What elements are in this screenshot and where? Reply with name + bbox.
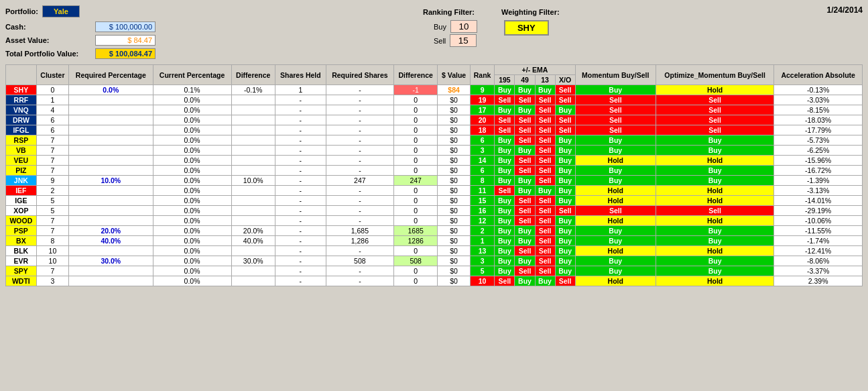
date-display: 1/24/2014	[827, 5, 863, 15]
col-header-rank: Rank	[470, 65, 495, 85]
col-header-shares-held: Shares Held	[275, 65, 326, 85]
ticker-cell: VB	[6, 146, 37, 156]
table-row: JNK910.0%0.0%10.0%-247247$08BuyBuySellBu…	[6, 176, 863, 186]
col-header-49: 49	[515, 75, 535, 85]
col-header-dollar: $ Value	[438, 65, 470, 85]
asset-label: Asset Value:	[5, 36, 92, 44]
col-header-momentum: Momentum Buy/Sell	[575, 65, 656, 85]
ticker-cell: SHY	[6, 85, 37, 95]
asset-value: $ 84.47	[95, 35, 156, 46]
table-row: VEU70.0%--0$014BuySellSellBuyHoldHold-15…	[6, 156, 863, 166]
table-row: WOOD70.0%--0$012BuySellSellBuyHoldHold-1…	[6, 216, 863, 226]
table-row: DRW60.0%--0$020SellSellSellSellSellSell-…	[6, 115, 863, 125]
col-header-ema: +/- EMA	[495, 65, 575, 75]
shy-weighting-button[interactable]: SHY	[504, 20, 549, 36]
col-header-diff2: Difference	[394, 65, 438, 85]
ticker-cell: WDTI	[6, 276, 37, 286]
table-row: VNQ40.0%--0$017BuyBuySellBuySellSell-8.1…	[6, 105, 863, 115]
ticker-cell: IGE	[6, 196, 37, 206]
ticker-cell: VNQ	[6, 105, 37, 115]
col-header-diff: Difference	[231, 65, 275, 85]
col-header-13: 13	[535, 75, 555, 85]
ticker-cell: EVR	[6, 256, 37, 266]
ticker-cell: JNK	[6, 176, 37, 186]
col-header-req-pct: Required Percentage	[69, 65, 153, 85]
table-row: PIZ70.0%--0$06BuySellSellBuyBuyBuy-16.72…	[6, 166, 863, 176]
ranking-filter-label: Ranking Filter:	[423, 8, 475, 16]
buy-label: Buy	[434, 23, 446, 31]
portfolio-value: Yale	[42, 5, 80, 17]
ticker-cell: XOP	[6, 206, 37, 216]
table-row: BLK100.0%--0$013BuySellSellBuyHoldHold-1…	[6, 246, 863, 256]
col-header-accel: Acceleration Absolute	[774, 65, 863, 85]
table-row: SHY00.0%0.1%-0.1%1--1$849BuyBuyBuySellBu…	[6, 85, 863, 95]
weighting-filter-label: Weighting Filter:	[501, 8, 560, 16]
sell-input[interactable]	[450, 34, 477, 47]
ticker-cell: DRW	[6, 115, 37, 125]
table-row: BX840.0%0.0%40.0%-1,2861286$01BuyBuySell…	[6, 236, 863, 246]
table-row: SPY70.0%--0$05BuySellSellBuyBuyBuy-3.37%	[6, 266, 863, 276]
ticker-cell: WOOD	[6, 216, 37, 226]
ticker-cell: IFGL	[6, 125, 37, 135]
table-row: VB70.0%--0$03BuyBuySellBuyBuyBuy-6.25%	[6, 146, 863, 156]
table-row: EVR1030.0%0.0%30.0%-508508$03BuyBuySellB…	[6, 256, 863, 266]
table-row: WDTI30.0%--0$010SellBuyBuySellHoldHold2.…	[6, 276, 863, 286]
ticker-cell: PIZ	[6, 166, 37, 176]
col-header-ticker	[6, 65, 37, 85]
col-header-req-shares: Required Shares	[326, 65, 393, 85]
table-row: XOP50.0%--0$016BuySellSellSellSellSell-2…	[6, 206, 863, 216]
portfolio-label: Portfolio:	[5, 7, 38, 15]
ticker-cell: VEU	[6, 156, 37, 166]
table-row: IEF20.0%--0$011SellBuyBuyBuyHoldHold-3.1…	[6, 186, 863, 196]
ticker-cell: IEF	[6, 186, 37, 196]
ticker-cell: BX	[6, 236, 37, 246]
table-row: IFGL60.0%--0$018SellSellSellSellSellSell…	[6, 125, 863, 135]
ticker-cell: SPY	[6, 266, 37, 276]
col-header-optimize: Optimize_Momentum Buy/Sell	[656, 65, 773, 85]
portfolio-table: Cluster Required Percentage Current Perc…	[5, 64, 863, 286]
col-header-cur-pct: Current Percentage	[153, 65, 231, 85]
table-row: RRF10.0%--0$019SellSellSellSellSellSell-…	[6, 95, 863, 105]
sell-label: Sell	[434, 37, 446, 45]
total-label: Total Portfolio Value:	[5, 50, 92, 58]
table-row: PSP720.0%0.0%20.0%-1,6851685$02BuyBuySel…	[6, 226, 863, 236]
table-row: IGE50.0%--0$015BuySellSellBuyHoldHold-14…	[6, 196, 863, 206]
ticker-cell: BLK	[6, 246, 37, 256]
ticker-cell: RRF	[6, 95, 37, 105]
col-header-xo: X/O	[555, 75, 575, 85]
ticker-cell: PSP	[6, 226, 37, 236]
cash-value: $ 100,000.00	[95, 21, 156, 32]
col-header-cluster: Cluster	[36, 65, 68, 85]
total-value: $ 100,084.47	[95, 48, 156, 59]
cash-label: Cash:	[5, 23, 92, 31]
col-header-195: 195	[495, 75, 515, 85]
table-row: RSP70.0%--0$06BuySellSellBuyBuyBuy-5.73%	[6, 135, 863, 146]
buy-input[interactable]	[450, 20, 477, 33]
ticker-cell: RSP	[6, 135, 37, 146]
